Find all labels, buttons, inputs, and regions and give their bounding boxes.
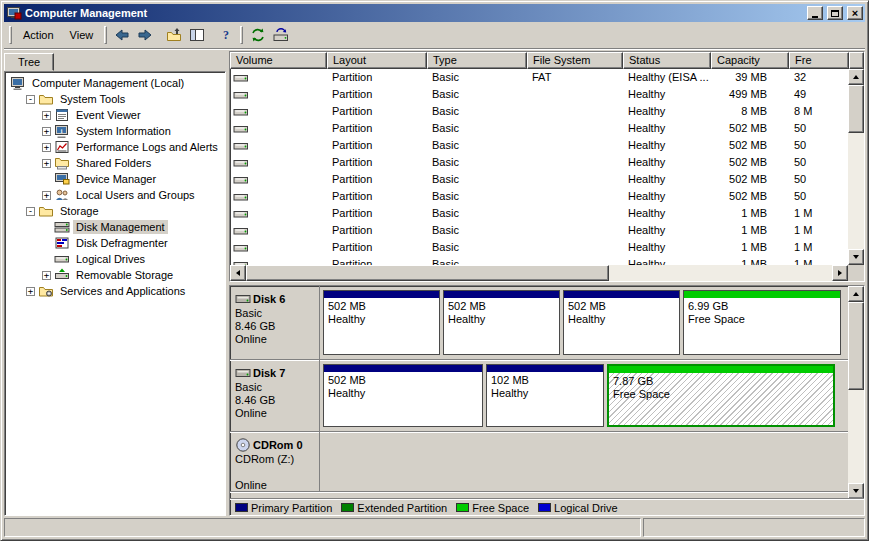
plus-expand-box[interactable]: + — [42, 143, 51, 152]
volume-row[interactable]: PartitionBasicHealthy1 MB1 M — [230, 256, 848, 265]
tree-item-local-users-and-groups[interactable]: +Local Users and Groups — [7, 187, 225, 203]
tree-item-label[interactable]: Device Manager — [73, 172, 159, 186]
volume-row[interactable]: PartitionBasicHealthy502 MB50 — [230, 137, 848, 154]
plus-expand-box[interactable]: + — [42, 127, 51, 136]
titlebar[interactable]: Computer Management × — [4, 4, 865, 22]
tree-item-label[interactable]: Performance Logs and Alerts — [73, 140, 221, 154]
partition-block[interactable]: 502 MBHealthy — [323, 364, 483, 427]
horizontal-scrollbar[interactable] — [230, 265, 864, 281]
tree-item-storage[interactable]: -Storage — [7, 203, 225, 219]
tree-item-label[interactable]: Removable Storage — [73, 268, 176, 282]
menu-item-action[interactable]: Action — [15, 26, 62, 44]
disk-info-cdrom-0[interactable]: CDRom 0CDRom (Z:)Online — [230, 432, 320, 491]
toolbar-grip[interactable] — [104, 26, 107, 44]
partition-block[interactable]: 502 MBHealthy — [443, 290, 560, 355]
tree-item-event-viewer[interactable]: +Event Viewer — [7, 107, 225, 123]
forward-button[interactable] — [133, 24, 156, 46]
tree-item-label[interactable]: Services and Applications — [57, 284, 188, 298]
plus-expand-box[interactable]: + — [42, 271, 51, 280]
volume-row[interactable]: PartitionBasicHealthy1 MB1 M — [230, 205, 848, 222]
partition-block[interactable]: 102 MBHealthy — [486, 364, 604, 427]
toolbar-grip[interactable] — [9, 26, 12, 44]
column-header-volume[interactable]: Volume — [230, 52, 327, 69]
tree-item-label[interactable]: System Information — [73, 124, 174, 138]
tree-item-disk-defragmenter[interactable]: Disk Defragmenter — [7, 235, 225, 251]
scroll-right-button[interactable] — [832, 265, 848, 281]
tree-item-label[interactable]: Logical Drives — [73, 252, 148, 266]
partition-block[interactable]: 502 MBHealthy — [563, 290, 680, 355]
tree-item-label[interactable]: Shared Folders — [73, 156, 154, 170]
up-one-level-button[interactable] — [162, 24, 185, 46]
free-space-block[interactable]: 6.99 GBFree Space — [683, 290, 841, 355]
tree-item-shared-folders[interactable]: +Shared Folders — [7, 155, 225, 171]
toolbar-grip[interactable] — [240, 26, 243, 44]
column-header-status[interactable]: Status — [623, 52, 711, 69]
scroll-down-button[interactable] — [848, 483, 864, 499]
minus-expand-box[interactable]: - — [26, 95, 35, 104]
vertical-scrollbar[interactable] — [848, 286, 864, 499]
scroll-down-button[interactable] — [848, 249, 864, 265]
vertical-scrollbar[interactable] — [848, 69, 864, 265]
scrollbar-track[interactable] — [848, 302, 864, 483]
column-header-type[interactable]: Type — [427, 52, 527, 69]
show-hide-tree-button[interactable] — [185, 24, 208, 46]
partition-status: Healthy — [328, 313, 435, 326]
free-space-block[interactable]: 7.87 GBFree Space — [607, 364, 835, 427]
tree-item-disk-management[interactable]: Disk Management — [7, 219, 225, 235]
minus-expand-box[interactable]: - — [26, 207, 35, 216]
tree-item-label[interactable]: Computer Management (Local) — [29, 76, 187, 90]
menu-item-view[interactable]: View — [62, 26, 102, 44]
volume-row[interactable]: PartitionBasicHealthy502 MB50 — [230, 154, 848, 171]
back-button[interactable] — [110, 24, 133, 46]
volume-row[interactable]: PartitionBasicHealthy499 MB49 — [230, 86, 848, 103]
help-button[interactable]: ? — [214, 24, 237, 46]
vertical-scrollbar-thumb[interactable] — [848, 85, 864, 133]
volume-row[interactable]: PartitionBasicHealthy502 MB50 — [230, 188, 848, 205]
volume-row[interactable]: PartitionBasicHealthy8 MB8 M — [230, 103, 848, 120]
tree-item-label[interactable]: Local Users and Groups — [73, 188, 198, 202]
scroll-up-button[interactable] — [848, 286, 864, 302]
partition-block[interactable]: 502 MBHealthy — [323, 290, 440, 355]
tree-item-label[interactable]: Event Viewer — [73, 108, 144, 122]
column-header-capacity[interactable]: Capacity — [711, 52, 789, 69]
scrollbar-track[interactable] — [848, 85, 864, 249]
scroll-up-button[interactable] — [848, 69, 864, 85]
tree-item-removable-storage[interactable]: +Removable Storage — [7, 267, 225, 283]
volume-row[interactable]: PartitionBasicHealthy1 MB1 M — [230, 239, 848, 256]
plus-expand-box[interactable]: + — [42, 191, 51, 200]
plus-expand-box[interactable]: + — [42, 159, 51, 168]
tree-item-services-and-applications[interactable]: +Services and Applications — [7, 283, 225, 299]
maximize-button[interactable] — [827, 6, 843, 20]
horizontal-scrollbar-thumb[interactable] — [246, 265, 609, 281]
rescan-disks-button[interactable] — [269, 24, 292, 46]
tree-item-label[interactable]: System Tools — [57, 92, 128, 106]
volume-row[interactable]: PartitionBasicHealthy1 MB1 M — [230, 222, 848, 239]
plus-expand-box[interactable]: + — [26, 287, 35, 296]
tree-item-system-information[interactable]: +iSystem Information — [7, 123, 225, 139]
disk-info-disk-7[interactable]: Disk 7Basic8.46 GBOnline — [230, 360, 320, 431]
column-header-fre[interactable]: Fre — [789, 52, 849, 69]
volume-row[interactable]: PartitionBasicHealthy502 MB50 — [230, 120, 848, 137]
tree-item-label[interactable]: Disk Defragmenter — [73, 236, 171, 250]
vertical-scrollbar-thumb[interactable] — [848, 302, 864, 390]
tab-tree[interactable]: Tree — [4, 53, 54, 71]
column-header-file-system[interactable]: File System — [527, 52, 623, 69]
close-button[interactable]: × — [847, 6, 863, 20]
scrollbar-track[interactable] — [246, 265, 832, 281]
tree-item-label[interactable]: Storage — [57, 204, 102, 218]
column-header-layout[interactable]: Layout — [327, 52, 427, 69]
tree-item-computer-management-local[interactable]: Computer Management (Local) — [7, 75, 225, 91]
plus-expand-box[interactable]: + — [42, 111, 51, 120]
scroll-left-button[interactable] — [230, 265, 246, 281]
volume-row[interactable]: PartitionBasicFATHealthy (EISA ...39 MB3… — [230, 69, 848, 86]
tree-item-logical-drives[interactable]: Logical Drives — [7, 251, 225, 267]
volume-row[interactable]: PartitionBasicHealthy502 MB50 — [230, 171, 848, 188]
tree-item-performance-logs-and-alerts[interactable]: +Performance Logs and Alerts — [7, 139, 225, 155]
disk-info-disk-6[interactable]: Disk 6Basic8.46 GBOnline — [230, 286, 320, 359]
cell-status: Healthy — [623, 256, 711, 265]
tree-item-device-manager[interactable]: Device Manager — [7, 171, 225, 187]
tree-item-system-tools[interactable]: -System Tools — [7, 91, 225, 107]
tree-item-label[interactable]: Disk Management — [73, 220, 168, 234]
minimize-button[interactable] — [807, 6, 823, 20]
refresh-button[interactable] — [246, 24, 269, 46]
